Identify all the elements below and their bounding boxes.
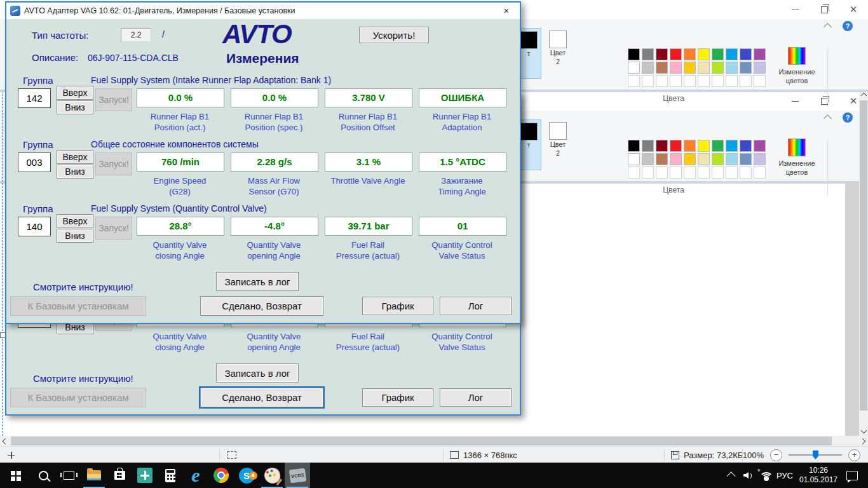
group-run-button[interactable]: Запуск! [95,217,132,240]
frequency-type-value[interactable]: 2.2 [121,28,151,42]
palette-empty-slot[interactable] [684,75,696,87]
palette-color-swatch[interactable] [712,48,724,60]
accelerate-button[interactable]: Ускорить! [359,27,429,43]
color2-label-line1: Цвет [550,48,566,57]
collapse-ribbon-icon[interactable] [824,23,832,31]
group-up-button[interactable]: Вверх [57,150,93,164]
group-down-button[interactable]: Вниз [57,229,93,243]
measurement-label: Quantity ControlValve Status [414,240,510,261]
screen: ✕ ? т Цвет 2 Изменение цветов Цвета [0,0,868,488]
minimize-icon [792,10,799,10]
palette-color-swatch[interactable] [642,48,654,60]
instruction-note: Смотрите инструкцию! [33,281,133,292]
dialog-title-bar[interactable]: AVTO Адаптер VAG 10.62: 01-Двигатель, Из… [6,3,520,19]
write-log-button[interactable]: Записать в лог [216,272,299,291]
group-header: Fuel Supply System (Intake Runner Flap A… [91,75,331,85]
done-return-button[interactable]: Сделано, Возврат [200,296,323,316]
color1-label: т [527,49,530,58]
palette-color-swatch[interactable] [628,48,640,60]
palette-color-swatch[interactable] [726,62,738,74]
palette-color-swatch[interactable] [656,62,668,74]
measurement-label: Runner Flap B1Position (spec.) [226,111,322,133]
color2-label-line2: 2 [556,57,560,66]
palette-color-swatch[interactable] [656,48,668,60]
colors-group-label: Цвета [610,94,737,103]
group-up-button[interactable]: Вверх [57,86,93,100]
color2-button[interactable]: Цвет 2 [544,28,572,78]
group-down-button[interactable]: Вниз [57,165,93,179]
ribbon-divider [827,48,828,104]
measurement-label: Quantity Valveclosing Angle [132,240,227,261]
group-caption: Группа [23,75,53,86]
group-number-input[interactable]: 140 [18,217,51,236]
palette-color-swatch[interactable] [698,48,710,60]
measurement-label: ЗажиганиеTiming Angle [414,175,510,197]
palette-color-swatch[interactable] [726,48,738,60]
group-up-button[interactable]: Вверх [57,214,93,228]
palette-empty-slot[interactable] [754,75,766,87]
description-value: 06J-907-115-CDA.CLB [88,53,179,63]
dialog-close-button[interactable]: × [499,3,513,19]
palette-color-swatch[interactable] [642,62,654,74]
measurement-value: ОШИБКА [419,88,506,107]
measurement-value: 01 [419,217,506,236]
graph-button[interactable]: График [362,297,433,315]
palette-empty-slot[interactable] [642,75,654,87]
palette-color-swatch[interactable] [754,62,766,74]
measurement-label: Engine Speed(G28) [132,175,227,197]
minimize-button[interactable] [780,0,810,19]
palette-color-swatch[interactable] [698,62,710,74]
palette-color-swatch[interactable] [684,62,696,74]
vcds-dialog: AVTO Адаптер VAG 10.62: 01-Двигатель, Из… [5,1,521,324]
measurement-value: 28.8° [137,217,224,236]
measurement-label: Quantity Valveopening Angle [226,240,322,261]
group-caption: Группа [23,139,53,150]
group-number-input[interactable]: 003 [18,152,51,172]
palette-empty-slot[interactable] [740,75,752,87]
frequency-type-label: Тип частоты: [32,30,88,41]
palette-color-swatch[interactable] [712,62,724,74]
measurement-value: 0.0 % [137,88,224,107]
palette-color-swatch[interactable] [754,48,766,60]
palette-color-swatch[interactable] [628,62,640,74]
group-number-input[interactable]: 142 [18,88,51,108]
palette-color-swatch[interactable] [740,48,752,60]
description-label: Описание: [32,52,78,63]
measurement-label: Throttle Valve Angle [320,175,416,186]
palette-empty-slot[interactable] [670,75,682,87]
log-button[interactable]: Лог [440,297,512,315]
measurement-label: Fuel RailPressure (actual) [320,240,416,261]
frequency-slash: / [162,29,165,39]
restore-icon [821,6,828,13]
palette-empty-slot[interactable] [656,75,668,87]
palette-color-swatch[interactable] [740,62,752,74]
group-down-button[interactable]: Вниз [57,100,93,114]
palette-empty-slot[interactable] [712,75,724,87]
group-caption: Группа [23,203,53,214]
measurement-label: Mass Air FlowSensor (G70) [226,175,322,197]
measurement-label: Runner Flap B1Adaptation [414,111,510,133]
basic-settings-button[interactable]: К Базовым установкам [10,296,146,316]
measurement-value: 760 /min [137,152,224,172]
restore-button[interactable] [810,0,839,19]
group-run-button[interactable]: Запуск! [95,152,132,175]
group-header: Общее состояние компонентов системы [91,139,259,149]
group-run-button[interactable]: Запуск! [95,88,132,111]
color1-swatch [520,31,538,49]
palette-color-swatch[interactable] [684,48,696,60]
group-header: Fuel Supply System (Quantity Control Val… [91,203,267,214]
palette-empty-slot[interactable] [698,75,710,87]
measurement-label: Runner Flap B1Position (act.) [132,111,227,133]
palette-empty-slot[interactable] [628,75,640,87]
palette-color-swatch[interactable] [670,48,682,60]
color2-swatch [549,30,567,48]
measurement-value: 0.0 % [231,88,318,107]
rainbow-icon [788,47,806,65]
help-icon[interactable]: ? [843,21,853,31]
close-button[interactable]: ✕ [839,0,868,19]
measurement-value: 2.28 g/s [231,152,318,172]
measurement-value: 1.5 °ATDC [419,152,506,172]
palette-empty-slot[interactable] [726,75,738,87]
palette-color-swatch[interactable] [670,62,682,74]
measurement-value: 3.780 V [325,88,412,107]
